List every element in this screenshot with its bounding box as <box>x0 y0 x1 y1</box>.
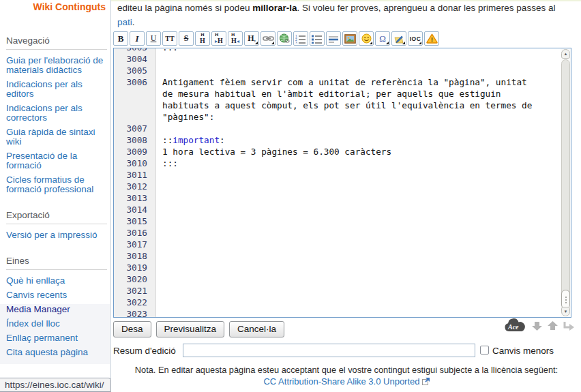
line-number <box>114 88 156 100</box>
scroll-to-top-icon[interactable] <box>547 320 558 331</box>
scrollbar-track[interactable] <box>561 59 570 307</box>
globe-link-icon <box>279 33 290 44</box>
line-number: 3004 <box>114 53 156 65</box>
preview-button[interactable]: Previsualitza <box>156 321 225 337</box>
toolbar-headline-select-button[interactable]: H, <box>244 31 259 46</box>
wrap-toggle-icon[interactable] <box>563 320 575 331</box>
editor-line[interactable]: 3014 <box>114 204 561 215</box>
headline-lower-icon: H▸H <box>215 33 223 44</box>
scroll-to-bottom-icon[interactable] <box>531 320 543 331</box>
editor-line[interactable]: 3007 <box>114 123 561 134</box>
scroll-down-icon[interactable]: ▼ <box>561 307 570 316</box>
editor-line[interactable]: 3021 <box>114 285 561 297</box>
line-number: 3022 <box>114 297 156 308</box>
pen-note-icon <box>393 34 405 44</box>
toolbar-italic-button[interactable]: I <box>130 31 145 46</box>
line-number: 3009 <box>114 146 156 157</box>
editor-line[interactable]: 3020 <box>114 273 561 285</box>
intro-text: editeu la pàgina només si podeu <box>117 3 252 13</box>
sidebar-sections: NavegacióGuia per l'elaboració de materi… <box>6 35 107 373</box>
toolbar-ordered-list-button[interactable]: 123 <box>293 31 308 46</box>
editor-line[interactable]: 3008::important: <box>114 134 561 146</box>
edit-summary-label: Resum d'edició <box>113 346 176 356</box>
minor-changes-checkbox[interactable] <box>480 346 489 355</box>
sidebar-item-enllac-permanent[interactable]: Enllaç permanent <box>6 333 107 343</box>
toolbar-bold-button[interactable]: B <box>113 31 128 46</box>
edit-summary-input[interactable] <box>183 344 475 357</box>
editor-line[interactable]: de mesura habitual en l'àmbit editorial;… <box>114 88 561 100</box>
toolbar-horizontal-rule-button[interactable] <box>326 31 341 46</box>
save-button[interactable]: Desa <box>113 321 151 337</box>
ace-logo-icon[interactable]: Ace <box>502 318 527 334</box>
editor-line[interactable]: 3004 <box>114 53 561 65</box>
sidebar-item-index-del-lloc[interactable]: Índex del lloc <box>6 319 107 329</box>
sidebar-item-canvis-recents[interactable]: Canvis recents <box>6 290 107 300</box>
line-number: 3016 <box>114 227 156 239</box>
sidebar-item-guia-rapida-de-sintaxi-wiki[interactable]: Guia ràpida de sintaxi wiki <box>6 127 107 147</box>
toolbar-annotate-button[interactable] <box>391 31 406 46</box>
toolbar-insert-image-button[interactable] <box>342 31 357 46</box>
intro-paragraph: editeu la pàgina només si podeu millorar… <box>117 1 562 29</box>
editor-line[interactable]: 3023 <box>114 308 561 318</box>
sidebar-item-media-manager[interactable]: Media Manager <box>6 305 107 314</box>
sidebar-item-cicles-formatius-de-formacio-professional[interactable]: Cicles formatius de formació professiona… <box>6 175 107 194</box>
toolbar-special-chars-button[interactable]: Ω <box>375 31 390 46</box>
pati-link[interactable]: pati <box>117 17 132 27</box>
editor-line[interactable]: 3016 <box>114 227 561 239</box>
svg-text:!: ! <box>431 36 433 43</box>
cancel-button[interactable]: Cancel·la <box>229 321 284 337</box>
editor-line[interactable]: 3012 <box>114 181 561 192</box>
toolbar-smiley-button[interactable] <box>359 31 374 46</box>
toolbar-internal-link-button[interactable] <box>260 31 275 46</box>
editor-line[interactable]: "pàgines": <box>114 111 561 123</box>
scroll-up-icon[interactable]: ▲ <box>561 49 570 59</box>
editor-line[interactable]: 3011 <box>114 169 561 181</box>
editor-line[interactable]: 3022 <box>114 297 561 308</box>
toolbar-headline-same-button[interactable]: HH <box>195 31 210 46</box>
sidebar-item-cita-aquesta-pagina[interactable]: Cita aquesta pàgina <box>6 348 107 357</box>
line-number: 3005 <box>114 65 156 76</box>
line-text <box>156 123 162 134</box>
toolbar-headline-higher-button[interactable]: HH◂ <box>228 31 243 46</box>
toolbar-strikethrough-button[interactable]: S <box>179 31 194 46</box>
sidebar-item-indicacions-per-als-editors[interactable]: Indicacions per als editors <box>6 80 107 99</box>
editor-line[interactable]: 3018 <box>114 250 561 262</box>
sidebar-item-versio-per-a-impressio[interactable]: Versió per a impressió <box>6 230 107 240</box>
editor-scrollbar[interactable]: ▲ ▼ <box>561 48 571 317</box>
scrollbar-thumb[interactable] <box>561 290 570 309</box>
editor-line[interactable]: 3017 <box>114 239 561 250</box>
editor-line[interactable]: habituats a aquest còmput, els pot ser ú… <box>114 100 561 111</box>
toolbar-underline-button[interactable]: U <box>146 31 161 46</box>
sidebar-item-presentacio-de-la-formacio[interactable]: Presentació de la formació <box>6 151 107 170</box>
sidebar-heading-eines: Eines <box>6 256 107 270</box>
toolbar-headline-lower-button[interactable]: H▸H <box>211 31 226 46</box>
toolbar-unordered-list-button[interactable] <box>310 31 325 46</box>
sidebar-item-que-hi-enllaca[interactable]: Què hi enllaça <box>6 276 107 286</box>
line-number: 3021 <box>114 285 156 297</box>
toolbar-warning-button[interactable]: ! <box>424 31 439 46</box>
sidebar-item-guia-per-l-elaboracio-de-materials-didactics[interactable]: Guia per l'elaboració de materials didàc… <box>6 56 107 75</box>
bold-icon: B <box>118 33 124 44</box>
intro-bold-text: millorar-la <box>252 3 297 13</box>
cc-license-link[interactable]: CC Attribution-Share Alike 3.0 Unported <box>263 376 419 387</box>
line-text <box>156 308 162 318</box>
editor-line[interactable]: 3006Antigament fèiem servir com a unitat… <box>114 76 561 88</box>
editor-content[interactable]: 3003:::300430053006Antigament fèiem serv… <box>114 48 561 318</box>
editor-line[interactable]: 3013 <box>114 192 561 204</box>
sidebar-item-indicacions-per-als-correctors[interactable]: Indicacions per als correctors <box>6 104 107 123</box>
sidebar-section-eines: EinesQuè hi enllaçaCanvis recentsMedia M… <box>6 256 107 357</box>
minor-changes-label[interactable]: Canvis menors <box>492 346 554 356</box>
wiki-editor[interactable]: 3003:::300430053006Antigament fèiem serv… <box>113 48 571 318</box>
line-number: 3008 <box>114 134 156 146</box>
editor-line[interactable]: 3003::: <box>114 48 561 53</box>
editor-line[interactable]: 30091 hora lectiva = 3 pàgines = 6.300 c… <box>114 146 561 157</box>
toolbar-external-link-button[interactable] <box>277 31 292 46</box>
sidebar: Wiki Continguts NavegacióGuia per l'elab… <box>0 0 110 379</box>
toolbar-ioc-button[interactable]: IOC <box>408 31 423 46</box>
editor-line[interactable]: 3005 <box>114 65 561 76</box>
editor-line[interactable]: 3019 <box>114 262 561 273</box>
editor-line[interactable]: 3010::: <box>114 157 561 169</box>
ioc-text-icon: IOC <box>410 35 421 42</box>
editor-line[interactable]: 3015 <box>114 215 561 227</box>
toolbar-monospace-button[interactable]: TT <box>162 31 177 46</box>
